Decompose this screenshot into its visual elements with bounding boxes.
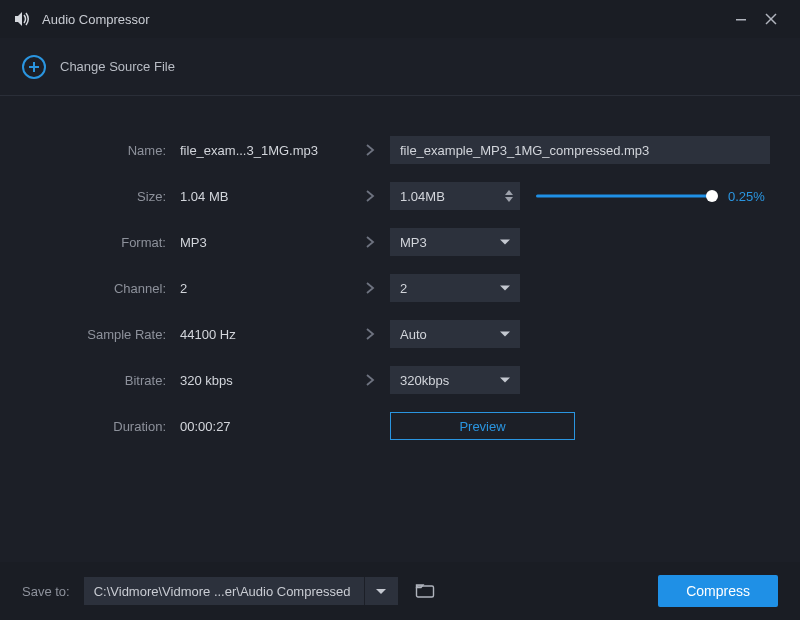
caret-down-icon [376,589,386,594]
save-to-label: Save to: [22,584,70,599]
size-stepper[interactable]: 1.04MB [390,182,520,210]
chevron-right-icon [350,143,390,157]
chevron-right-icon [350,189,390,203]
label-bitrate: Bitrate: [28,373,180,388]
chevron-right-icon [350,281,390,295]
caret-down-icon [500,378,510,383]
label-format: Format: [28,235,180,250]
form: Name: file_exam...3_1MG.mp3 Size: 1.04 M… [0,96,800,440]
speaker-icon [14,11,32,27]
row-channel: Channel: 2 2 [28,274,772,302]
save-path-value: C:\Vidmore\Vidmore ...er\Audio Compresse… [84,584,364,599]
format-select[interactable]: MP3 [390,228,520,256]
source-size: 1.04 MB [180,189,350,204]
open-folder-button[interactable] [408,577,442,605]
add-icon [22,55,46,79]
preview-button-label: Preview [459,419,505,434]
chevron-right-icon [350,373,390,387]
row-size: Size: 1.04 MB 1.04MB 0.25% [28,182,772,210]
chevron-right-icon [350,235,390,249]
caret-down-icon [500,286,510,291]
close-button[interactable] [756,4,786,34]
folder-icon [415,583,435,599]
source-name: file_exam...3_1MG.mp3 [180,143,350,158]
label-channel: Channel: [28,281,180,296]
bitrate-select-value: 320kbps [400,373,510,388]
stepper-down-icon[interactable] [505,197,513,202]
label-name: Name: [28,143,180,158]
sample-rate-select-value: Auto [400,327,510,342]
row-format: Format: MP3 MP3 [28,228,772,256]
output-name-input[interactable] [390,136,770,164]
source-bitrate: 320 kbps [180,373,350,388]
caret-down-icon [500,240,510,245]
source-format: MP3 [180,235,350,250]
label-duration: Duration: [28,419,180,434]
bitrate-select[interactable]: 320kbps [390,366,520,394]
change-source-row[interactable]: Change Source File [0,38,800,96]
caret-down-icon [500,332,510,337]
source-channel: 2 [180,281,350,296]
size-slider[interactable] [536,188,716,204]
channel-select-value: 2 [400,281,510,296]
size-stepper-value: 1.04MB [390,182,502,210]
slider-percent: 0.25% [728,189,765,204]
save-path-select[interactable]: C:\Vidmore\Vidmore ...er\Audio Compresse… [84,577,398,605]
compress-button[interactable]: Compress [658,575,778,607]
compress-button-label: Compress [686,583,750,599]
row-sample-rate: Sample Rate: 44100 Hz Auto [28,320,772,348]
chevron-right-icon [350,327,390,341]
source-sample-rate: 44100 Hz [180,327,350,342]
minimize-button[interactable] [726,4,756,34]
label-size: Size: [28,189,180,204]
row-duration: Duration: 00:00:27 Preview [28,412,772,440]
titlebar: Audio Compressor [0,0,800,38]
source-duration: 00:00:27 [180,419,350,434]
row-bitrate: Bitrate: 320 kbps 320kbps [28,366,772,394]
change-source-label: Change Source File [60,59,175,74]
preview-button[interactable]: Preview [390,412,575,440]
sample-rate-select[interactable]: Auto [390,320,520,348]
format-select-value: MP3 [400,235,510,250]
svg-rect-0 [736,19,746,21]
label-sample-rate: Sample Rate: [28,327,180,342]
channel-select[interactable]: 2 [390,274,520,302]
save-path-dropdown[interactable] [364,577,398,605]
footer: Save to: C:\Vidmore\Vidmore ...er\Audio … [0,562,800,620]
app-title: Audio Compressor [42,12,150,27]
stepper-up-icon[interactable] [505,190,513,195]
row-name: Name: file_exam...3_1MG.mp3 [28,136,772,164]
